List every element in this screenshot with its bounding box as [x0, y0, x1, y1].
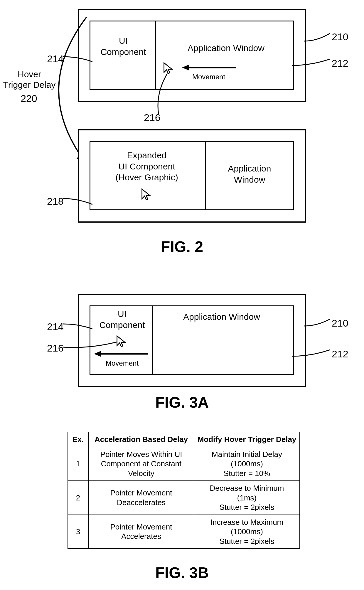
col-header-modify: Modify Hover Trigger Delay [194, 432, 300, 447]
cell-ex: 3 [68, 515, 88, 549]
fig2-bottom-app-window-label: Application Window [211, 163, 288, 185]
fig2-top-app-window-label: Application Window [167, 43, 285, 54]
table-row: 1 Pointer Moves Within UI Component at C… [68, 447, 300, 481]
cell-modify: Decrease to Minimum (1ms) Stutter = 2pix… [194, 481, 300, 515]
fig2-top-outer-ref: 210 [332, 31, 348, 43]
fig2-caption: FIG. 2 [0, 238, 364, 256]
cursor-icon [141, 188, 151, 201]
callout-line [156, 73, 170, 114]
fig3b-table-container: Ex. Acceleration Based Delay Modify Hove… [68, 432, 300, 549]
callout-line [292, 348, 330, 358]
fig3a-ui-component-label: UI Component [93, 308, 151, 330]
fig3b-caption: FIG. 3B [0, 564, 364, 581]
svg-marker-1 [182, 65, 189, 70]
callout-line [292, 57, 330, 68]
fig2-top-movement-arrow [182, 63, 238, 72]
fig3a-ui-ref: 214 [47, 321, 64, 333]
svg-marker-4 [94, 351, 101, 357]
fig2-bottom-expanded-ref: 218 [47, 195, 64, 207]
cell-accel: Pointer Moves Within UI Component at Con… [88, 447, 194, 481]
callout-line [63, 322, 92, 330]
callout-line [63, 341, 117, 349]
hover-trigger-delay-ref: 220 [21, 93, 37, 105]
cell-accel: Pointer Movement Accelerates [88, 515, 194, 549]
fig2-top-movement-label: Movement [192, 73, 225, 81]
fig2-top-inner-ref: 212 [332, 57, 348, 69]
fig3a-cursor-ref: 216 [47, 342, 64, 354]
cell-modify: Maintain Initial Delay (1000ms) Stutter … [194, 447, 300, 481]
fig3a-app-window-label: Application Window [163, 311, 280, 322]
fig2-bottom-expanded-label: Expanded UI Component (Hover Graphic) [94, 150, 200, 183]
cursor-icon [116, 335, 127, 348]
callout-line [304, 317, 330, 327]
col-header-accel: Acceleration Based Delay [88, 432, 194, 447]
fig3a-movement-arrow [94, 349, 150, 358]
cell-modify: Increase to Maximum (1000ms) Stutter = 2… [194, 515, 300, 549]
fig3a-outer-ref: 210 [332, 317, 348, 329]
callout-line [63, 196, 92, 206]
fig3a-movement-label: Movement [106, 359, 139, 367]
fig2-bottom-divider [205, 142, 206, 209]
callout-line [304, 31, 330, 43]
fig3a-caption: FIG. 3A [0, 394, 364, 411]
fig3a-divider [152, 306, 153, 374]
page-root: UI Component Application Window Movement… [0, 0, 364, 590]
col-header-ex: Ex. [68, 432, 88, 447]
table-header-row: Ex. Acceleration Based Delay Modify Hove… [68, 432, 300, 447]
cell-ex: 1 [68, 447, 88, 481]
table-row: 3 Pointer Movement Accelerates Increase … [68, 515, 300, 549]
cell-accel: Pointer Movement Deaccelerates [88, 481, 194, 515]
cell-ex: 2 [68, 481, 88, 515]
table-row: 2 Pointer Movement Deaccelerates Decreas… [68, 481, 300, 515]
delay-table: Ex. Acceleration Based Delay Modify Hove… [68, 432, 300, 549]
fig3a-inner-ref: 212 [332, 348, 348, 360]
